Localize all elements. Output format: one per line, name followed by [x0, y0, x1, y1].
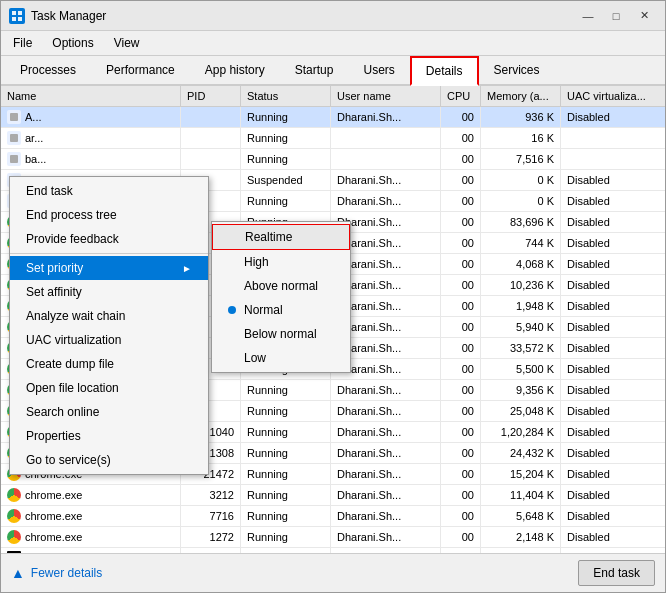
process-cpu: 00	[441, 212, 481, 232]
priority-item-low[interactable]: Low	[212, 346, 350, 370]
table-row[interactable]: ar... Running 00 16 K	[1, 128, 665, 149]
process-name: ar...	[1, 128, 181, 148]
tab-services[interactable]: Services	[479, 56, 555, 86]
priority-item-below_normal[interactable]: Below normal	[212, 322, 350, 346]
process-icon	[7, 110, 21, 124]
title-bar: Task Manager — □ ✕	[1, 1, 665, 31]
footer: ▲ Fewer details End task	[1, 553, 665, 592]
process-name: chrome.exe	[1, 506, 181, 526]
process-name: conhost.exe	[1, 548, 181, 553]
table-row[interactable]: ba... Running 00 7,516 K	[1, 149, 665, 170]
process-status: Running	[241, 107, 331, 127]
table-header: Name PID Status User name CPU Memory (a.…	[1, 86, 665, 107]
ctx-item-end_process_tree[interactable]: End process tree	[10, 203, 208, 227]
process-uac: Disabled	[561, 296, 665, 316]
process-name: ba...	[1, 149, 181, 169]
process-status: Running	[241, 506, 331, 526]
process-status: Suspended	[241, 170, 331, 190]
process-uac: Disabled	[561, 527, 665, 547]
ctx-item-analyze_wait_chain[interactable]: Analyze wait chain	[10, 304, 208, 328]
tab-processes[interactable]: Processes	[5, 56, 91, 86]
process-memory: 0 K	[481, 170, 561, 190]
process-status: Running	[241, 191, 331, 211]
col-cpu[interactable]: CPU	[441, 86, 481, 106]
menu-options[interactable]: Options	[44, 33, 101, 53]
col-name[interactable]: Name	[1, 86, 181, 106]
col-status[interactable]: Status	[241, 86, 331, 106]
priority-item-realtime[interactable]: Realtime	[212, 224, 350, 250]
process-cpu: 00	[441, 254, 481, 274]
table-row[interactable]: A... Running Dharani.Sh... 00 936 K Disa…	[1, 107, 665, 128]
process-memory: 1,948 K	[481, 296, 561, 316]
process-uac: Disabled	[561, 107, 665, 127]
process-memory: 5,940 K	[481, 317, 561, 337]
svg-rect-2	[12, 17, 16, 21]
maximize-button[interactable]: □	[603, 6, 629, 26]
menu-file[interactable]: File	[5, 33, 40, 53]
process-cpu: 00	[441, 149, 481, 169]
process-memory: 24,432 K	[481, 443, 561, 463]
process-user: Dharani.Sh...	[331, 170, 441, 190]
process-icon	[7, 152, 21, 166]
process-cpu: 00	[441, 191, 481, 211]
priority-item-high[interactable]: High	[212, 250, 350, 274]
app-icon	[9, 8, 25, 24]
process-user: Dharani.Sh...	[331, 107, 441, 127]
tab-users[interactable]: Users	[348, 56, 409, 86]
process-uac: Disabled	[561, 506, 665, 526]
ctx-item-properties[interactable]: Properties	[10, 424, 208, 448]
col-uac[interactable]: UAC virtualiza...	[561, 86, 665, 106]
process-pid: 7716	[181, 506, 241, 526]
tab-app-history[interactable]: App history	[190, 56, 280, 86]
end-task-button[interactable]: End task	[578, 560, 655, 586]
tab-performance[interactable]: Performance	[91, 56, 190, 86]
process-memory: 11,404 K	[481, 485, 561, 505]
ctx-item-set_affinity[interactable]: Set affinity	[10, 280, 208, 304]
col-pid[interactable]: PID	[181, 86, 241, 106]
ctx-item-go_to_service[interactable]: Go to service(s)	[10, 448, 208, 472]
menu-view[interactable]: View	[106, 33, 148, 53]
chevron-up-icon: ▲	[11, 565, 25, 581]
conhost-icon	[7, 551, 21, 553]
process-user	[331, 548, 441, 553]
ctx-item-provide_feedback[interactable]: Provide feedback	[10, 227, 208, 251]
process-uac: Disabled	[561, 338, 665, 358]
process-cpu: 00	[441, 527, 481, 547]
process-pid: 1272	[181, 527, 241, 547]
process-uac: Disabled	[561, 359, 665, 379]
svg-rect-3	[18, 17, 22, 21]
table-row[interactable]: chrome.exe 1272 Running Dharani.Sh... 00…	[1, 527, 665, 548]
process-uac: Disabled	[561, 485, 665, 505]
priority-item-above_normal[interactable]: Above normal	[212, 274, 350, 298]
process-uac	[561, 548, 665, 553]
table-row[interactable]: conhost.exe 3532 Running 00 492 K	[1, 548, 665, 553]
ctx-item-search_online[interactable]: Search online	[10, 400, 208, 424]
table-row[interactable]: chrome.exe 3212 Running Dharani.Sh... 00…	[1, 485, 665, 506]
tab-startup[interactable]: Startup	[280, 56, 349, 86]
table-row[interactable]: chrome.exe 7716 Running Dharani.Sh... 00…	[1, 506, 665, 527]
process-cpu: 00	[441, 233, 481, 253]
ctx-item-open_file_location[interactable]: Open file location	[10, 376, 208, 400]
chrome-icon	[7, 509, 21, 523]
minimize-button[interactable]: —	[575, 6, 601, 26]
priority-item-normal[interactable]: Normal	[212, 298, 350, 322]
process-cpu: 00	[441, 485, 481, 505]
process-pid	[181, 128, 241, 148]
col-memory[interactable]: Memory (a...	[481, 86, 561, 106]
tabs-bar: Processes Performance App history Startu…	[1, 56, 665, 86]
task-manager-window: Task Manager — □ ✕ File Options View Pro…	[0, 0, 666, 593]
process-memory: 744 K	[481, 233, 561, 253]
process-cpu: 00	[441, 401, 481, 421]
close-button[interactable]: ✕	[631, 6, 657, 26]
process-uac: Disabled	[561, 317, 665, 337]
context-menu: End taskEnd process treeProvide feedback…	[9, 176, 209, 475]
tab-details[interactable]: Details	[410, 56, 479, 86]
main-content: Name PID Status User name CPU Memory (a.…	[1, 86, 665, 553]
ctx-item-create_dump_file[interactable]: Create dump file	[10, 352, 208, 376]
col-username[interactable]: User name	[331, 86, 441, 106]
svg-rect-5	[10, 134, 18, 142]
ctx-item-end_task[interactable]: End task	[10, 179, 208, 203]
ctx-item-set_priority[interactable]: Set priority►	[10, 256, 208, 280]
ctx-item-uac_virtualization[interactable]: UAC virtualization	[10, 328, 208, 352]
fewer-details-button[interactable]: ▲ Fewer details	[11, 565, 102, 581]
